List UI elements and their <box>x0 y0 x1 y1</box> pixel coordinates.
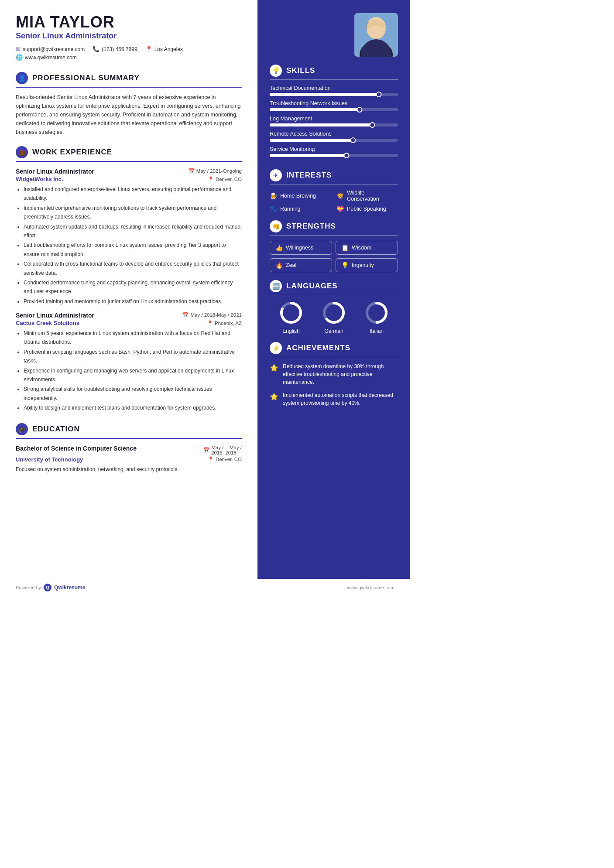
job-1-title: Senior Linux Administrator <box>16 168 94 175</box>
skill-4-fill <box>270 139 353 142</box>
interests-header: ✈ INTERESTS <box>270 169 398 181</box>
education-section: 🎓 EDUCATION Bachelor of Science in Compu… <box>16 423 242 474</box>
achievements-section: ⚡ ACHIEVEMENTS ⭐ Reduced system downtime… <box>270 342 398 412</box>
work-icon: 💼 <box>16 146 28 158</box>
work-divider <box>16 161 242 162</box>
skill-3-label: Log Management <box>270 116 398 122</box>
email-icon: ✉ <box>16 46 21 52</box>
edu-degree: Bachelor of Science in Computer Science <box>16 445 137 452</box>
candidate-photo <box>354 13 398 57</box>
languages-divider <box>270 295 398 295</box>
summary-section: 👤 PROFESSIONAL SUMMARY Results-oriented … <box>16 72 242 137</box>
lang-italian-label: Italian <box>370 328 384 334</box>
lang-german-circle <box>322 301 346 325</box>
job-1-bullet-4: Led troubleshooting efforts for complex … <box>24 241 242 259</box>
photo-area <box>270 13 398 57</box>
footer-left: Powered by Q Qwikresume <box>16 584 85 591</box>
interest-2-label: Wildlife Conservation <box>347 190 398 202</box>
email-contact: ✉ support@qwikresume.com <box>16 46 85 52</box>
strength-4: 💡 Ingenuity <box>336 258 398 272</box>
phone-value: (123) 456 7899 <box>102 46 137 52</box>
strength-1: 👍 Willingness <box>270 241 332 255</box>
skill-5: Service Monitoring <box>270 146 398 157</box>
candidate-name: MIA TAYLOR <box>16 13 242 31</box>
lang-english-label: English <box>282 328 299 334</box>
job-2-bullet-5: Ability to design and implement test pla… <box>24 403 242 412</box>
achievements-icon: ⚡ <box>270 342 282 354</box>
achievements-divider <box>270 357 398 357</box>
strengths-divider <box>270 235 398 236</box>
job-1-bullets: Installed and configured enterprise-leve… <box>16 185 242 306</box>
edu-institution: University of Technology <box>16 456 83 463</box>
left-column: MIA TAYLOR Senior Linux Administrator ✉ … <box>0 0 257 579</box>
skill-1-bar <box>270 93 398 96</box>
strengths-section: 👊 STRENGTHS 👍 Willingness 📋 Wisdom 🔥 Zea… <box>270 220 398 272</box>
photo-svg <box>354 13 398 57</box>
skill-4-label: Remote Access Solutions <box>270 131 398 137</box>
skill-5-fill <box>270 154 346 157</box>
skill-1: Technical Documentation <box>270 85 398 96</box>
interests-divider <box>270 184 398 185</box>
footer-brand: Qwikresume <box>54 584 85 591</box>
strengths-icon: 👊 <box>270 220 282 232</box>
job-1-company: WidgetWorks Inc. <box>16 176 63 182</box>
skill-3-fill <box>270 123 372 126</box>
interest-4-label: Public Speaking <box>347 206 386 212</box>
summary-header: 👤 PROFESSIONAL SUMMARY <box>16 72 242 84</box>
footer-website: www.qwikresume.com <box>347 585 394 590</box>
website-value: www.qwikresume.com <box>25 55 77 61</box>
job-1-bullet-1: Installed and configured enterprise-leve… <box>24 185 242 203</box>
job-2-bullets: Minimum 5 years' experience in Linux sys… <box>16 329 242 413</box>
skill-4-bar <box>270 139 398 142</box>
job-1: Senior Linux Administrator 📅 May / 2021-… <box>16 168 242 306</box>
interests-grid: 🍺 Home Brewing 🦁 Wildlife Conservation 🐾… <box>270 190 398 212</box>
skill-1-fill <box>270 93 379 96</box>
achievement-1: ⭐ Reduced system downtime by 30% through… <box>270 362 398 386</box>
strength-3: 🔥 Zeal <box>270 258 332 272</box>
work-experience-section: 💼 WORK EXPERIENCE Senior Linux Administr… <box>16 146 242 413</box>
job-2-company: Cactus Creek Solutions <box>16 320 79 326</box>
skill-3-bar <box>270 123 398 126</box>
languages-title: LANGUAGES <box>286 282 338 290</box>
skill-4-dot <box>350 137 356 143</box>
location-icon-2: 📍 <box>207 320 213 326</box>
interests-title: INTERESTS <box>286 171 332 180</box>
job-1-header: Senior Linux Administrator 📅 May / 2021-… <box>16 168 242 175</box>
lang-italian-circle <box>364 301 389 325</box>
lang-german-label: German <box>324 328 343 334</box>
skill-1-dot <box>376 92 381 97</box>
job-2-subrow: Cactus Creek Solutions 📍 Phoenix, AZ <box>16 320 242 326</box>
right-column: 💡 SKILLS Technical Documentation Trouble… <box>257 0 410 579</box>
skills-icon: 💡 <box>270 65 282 77</box>
achievement-1-text: Reduced system downtime by 30% through e… <box>283 362 398 386</box>
lang-english-circle <box>279 301 303 325</box>
footer-powered-label: Powered by <box>16 585 41 590</box>
phone-icon: 📞 <box>93 46 99 52</box>
interest-1: 🍺 Home Brewing <box>270 190 331 202</box>
edu-location-icon: 📍 <box>208 456 214 462</box>
location-icon-1: 📍 <box>208 176 214 182</box>
edu-icon: 🎓 <box>16 423 28 435</box>
strengths-title: STRENGTHS <box>286 222 336 231</box>
website-contact: 🌐 www.qwikresume.com <box>16 54 77 61</box>
edu-header: 🎓 EDUCATION <box>16 423 242 435</box>
interest-1-icon: 🍺 <box>270 192 277 199</box>
job-2: Senior Linux Administrator 📅 May / 2018-… <box>16 312 242 413</box>
skills-section: 💡 SKILLS Technical Documentation Trouble… <box>270 65 398 161</box>
interest-2: 🦁 Wildlife Conservation <box>336 190 398 202</box>
edu-dates: 📅 May /2015 _ May /2018 <box>203 445 242 455</box>
interests-section: ✈ INTERESTS 🍺 Home Brewing 🦁 Wildlife Co… <box>270 169 398 212</box>
job-2-date: 📅 May / 2018-May / 2021 <box>182 312 242 318</box>
languages-icon: 🔤 <box>270 280 282 292</box>
job-1-subrow: WidgetWorks Inc. 📍 Denver, CO <box>16 176 242 182</box>
job-2-header: Senior Linux Administrator 📅 May / 2018-… <box>16 312 242 319</box>
summary-title: PROFESSIONAL SUMMARY <box>32 74 140 82</box>
edu-description: Focused on system administration, networ… <box>16 465 242 474</box>
edu-entry-1: Bachelor of Science in Computer Science … <box>16 445 242 474</box>
work-title: WORK EXPERIENCE <box>32 148 112 157</box>
interest-4-icon: 💝 <box>336 205 344 212</box>
strengths-grid: 👍 Willingness 📋 Wisdom 🔥 Zeal 💡 Ingenuit… <box>270 241 398 272</box>
lang-italian: Italian <box>364 301 389 334</box>
strength-3-label: Zeal <box>286 262 296 268</box>
interest-3: 🐾 Running <box>270 205 331 212</box>
